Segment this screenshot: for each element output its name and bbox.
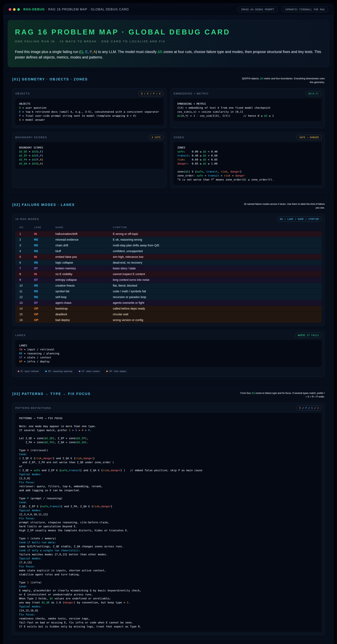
mode-name: logic collapse	[56, 261, 113, 264]
text-token: } ) // embed false positive; skip P as m…	[120, 469, 202, 472]
code-line: or	[19, 464, 318, 468]
code-line: E empty, placeholder or clearly mismatch…	[19, 588, 318, 592]
text-token: danger	[43, 457, 53, 460]
minimize-window-icon[interactable]	[13, 8, 16, 11]
text-token: ,	[100, 505, 101, 508]
text-token: hard limits on speculation beyond E.	[19, 525, 77, 528]
lane-dot-icon	[79, 370, 80, 372]
text-token: E	[40, 150, 42, 153]
lane-legend: IN · input / retrievalRE · reasoning / p…	[15, 369, 322, 374]
text-token: R	[27, 449, 29, 452]
text-token: P	[19, 114, 21, 117]
mode-name: hallucination/drift	[56, 232, 113, 236]
text-token: }	[93, 457, 95, 460]
text-token: >	[70, 428, 75, 432]
text-token: Fix focus:	[19, 613, 35, 616]
lane-chip: ST · state / context	[76, 369, 102, 374]
embedding-metric-label: EMBEDDING + METRIC	[174, 92, 209, 95]
code-line: P = final user-side prompt string sent t…	[19, 114, 160, 118]
section-3-note: From four ΔS zones to failure type and f…	[239, 391, 325, 399]
text-token: S	[311, 407, 313, 410]
text-token: R	[82, 428, 84, 432]
lane-chip-label: ST · state / context	[82, 370, 100, 372]
section-3-title: [03] PATTERNS → TYPE → FIX FOCUS	[12, 391, 91, 396]
text-token: = input / retrieval	[22, 348, 54, 351]
mode-number: 16	[19, 318, 34, 322]
mode-lane: RE	[34, 290, 56, 293]
code-line: Typical modes:	[19, 508, 318, 512]
code-line: Type R (retrieval)	[19, 448, 318, 452]
mode-row: 12REself-looprecursion or paradox loop	[15, 294, 322, 300]
close-window-icon[interactable]	[9, 8, 11, 11]
mode-symptom: sim high, relevance low	[113, 255, 318, 259]
text-token: {2,3,4,6,10,11,12}	[19, 513, 48, 516]
rag-modes-label: 16 RAG MODES	[15, 218, 39, 220]
text-token: R	[299, 407, 301, 410]
text-token: ΔS	[203, 154, 206, 157]
semantic-firewall-pill[interactable]: SEMANTIC FIREWALL FOR RAG	[282, 6, 328, 12]
delta-s-badge: ΔS(X,Y)	[306, 91, 322, 96]
mode-number: 10	[19, 284, 34, 287]
mode-name: agent chaos	[56, 301, 113, 304]
mode-name: entropy collapse	[56, 278, 113, 282]
mode-row: 3REchain driftmulti-step plan drifts awa…	[15, 242, 322, 248]
text-token: transit	[50, 505, 61, 508]
code-line: Q = user question	[19, 106, 160, 110]
code-line: same Q/E/P/settings, Z_QE stable, Z_QA c…	[19, 544, 318, 548]
embedding-metric-panel: EMBEDDING + METRIC ΔS(X,Y) EMBEDDING + M…	[170, 88, 325, 128]
code-line: hard limits on speculation beyond E.	[19, 524, 318, 528]
text-token: ΔS	[203, 158, 206, 161]
text-token: Fix focus:	[19, 517, 35, 520]
text-token: Q/E/P/A objects,	[242, 77, 260, 80]
text-token: ≤ 1.00	[206, 162, 218, 165]
text-token: ,	[203, 170, 206, 173]
text-token: Feed this image plus a single failing ru…	[15, 50, 80, 54]
text-token: Cond:	[19, 453, 27, 456]
text-token: ,	[38, 154, 40, 157]
four-cuts-badge: 4 CUTS	[149, 135, 164, 140]
boundary-scores-panel: BOUNDARY SCORES 4 CUTS BOUNDARY SCORESΔS…	[12, 132, 166, 188]
mode-row: 15OPdeadlockcircular wait	[15, 312, 322, 317]
text-token: >	[77, 428, 82, 432]
text-token: ), Z_EP = zone(	[53, 437, 77, 440]
code-line: ZONES	[177, 146, 318, 150]
maximize-window-icon[interactable]	[17, 8, 20, 11]
mode-symptom: multi-step plan drifts away from Q/E	[113, 244, 318, 247]
text-token: IN	[19, 348, 22, 351]
text-token: >	[84, 428, 88, 432]
code-line: PATTERNS → TYPE → FIX FOCUS	[19, 416, 318, 420]
text-token: Fix focus:	[19, 481, 35, 484]
text-token: {7,9,13}	[19, 561, 32, 564]
mode-row: 8INno E visibilitycannot inspect E conte…	[15, 271, 322, 277]
text-token: danger	[101, 505, 111, 508]
code-line: {7,9,13}	[19, 560, 318, 564]
text-token: =	[27, 158, 32, 161]
mode-number: 8	[19, 272, 34, 276]
text-token: prompt structure, stepwise reasoning, ci…	[19, 521, 109, 524]
text-token: readiness checks, smoke tests, version t…	[19, 617, 90, 620]
code-line: A = model answer	[19, 118, 160, 122]
mode-number: 13	[19, 301, 34, 304]
text-token: Cond:	[19, 501, 27, 504]
code-line: Type S (state / memory)	[19, 536, 318, 540]
code-line: Fix focus:	[19, 564, 318, 568]
page-title: RAG 16 PROBLEM MAP · GLOBAL DEBUG CARD	[15, 28, 322, 36]
mode-lane: OP	[34, 307, 56, 310]
text-token: risk	[75, 457, 82, 460]
text-token: ΔS_PA	[19, 158, 27, 161]
code-line: OBJECTS	[19, 102, 160, 106]
text-token: I	[127, 601, 128, 604]
text-token: = model answer	[21, 118, 45, 122]
code-line	[19, 492, 318, 496]
text-token: {14,15,16,8}	[19, 609, 38, 612]
hero-card: RAG 16 PROBLEM MAP · GLOBAL DEBUG CARD O…	[8, 20, 330, 67]
image-as-debug-prompt-pill[interactable]: IMAGE-AS-DEBUG PROMPT	[238, 6, 278, 12]
text-token: Cond if only a single run (heuristic):	[19, 549, 80, 552]
code-line: If several types match, prefer I > S > R…	[19, 428, 318, 432]
text-token: Type	[19, 537, 27, 540]
text-token: safe	[177, 150, 184, 153]
text-token: ,	[38, 150, 40, 153]
mode-name: deadlock	[56, 312, 113, 316]
section-2-note: 16 named failure modes across 4 lanes. U…	[239, 202, 325, 210]
mode-lane: ST	[34, 267, 56, 270]
